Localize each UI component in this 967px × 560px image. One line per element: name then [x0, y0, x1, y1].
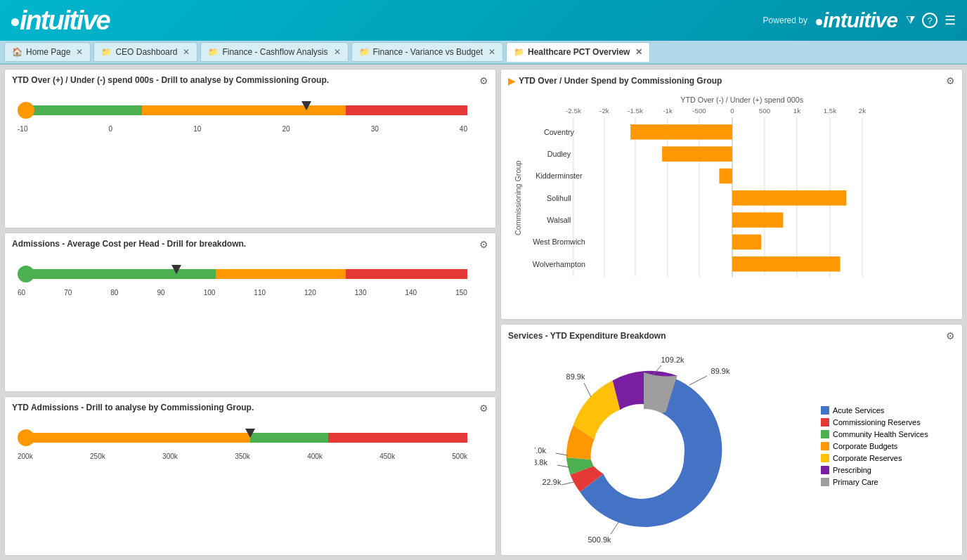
label-kidderminster: Kidderminster — [536, 171, 583, 180]
tab-home-icon: 🏠 — [12, 47, 22, 57]
ytd-green-bar — [33, 105, 142, 115]
avg-cost-marker — [171, 265, 181, 274]
tab-ceo-icon: 📁 — [101, 47, 112, 57]
avg-cost-title: Admissions - Average Cost per Head - Dri… — [12, 239, 488, 249]
bar-west-bromwich — [732, 235, 761, 250]
tab-cashflow-close[interactable]: ✕ — [334, 47, 341, 57]
ytd-admissions-gear[interactable]: ⚙ — [479, 403, 488, 414]
donut-label-community: 13.8k — [535, 458, 547, 467]
bar-walsall — [732, 212, 783, 228]
tab-ceo-dashboard[interactable]: 📁 CEO Dashboard ✕ — [93, 42, 197, 62]
donut-legend: Acute Services Commissioning Reserves Co… — [821, 406, 928, 486]
bar-chart-subtitle: YTD Over (-) / Under (+) spend 000s — [680, 96, 803, 104]
svg-text:-2k: -2k — [599, 107, 609, 115]
axis-label: 30 — [371, 125, 379, 133]
avg-cost-green-bar — [33, 269, 216, 279]
bar-chart-gear[interactable]: ⚙ — [946, 75, 955, 86]
ytd-red-bar — [346, 105, 467, 115]
donut-label-primary: 89.9k — [711, 367, 730, 375]
bar-wolverhampton — [732, 256, 841, 272]
axis-label: 250k — [90, 452, 105, 460]
legend-label-community: Community Health Services — [833, 430, 928, 438]
bar-chart-title: YTD Over / Under Spend by Commissioning … — [519, 76, 722, 86]
axis-label: 140 — [405, 289, 417, 297]
bar-dudley — [662, 146, 732, 162]
svg-text:500: 500 — [759, 107, 771, 115]
axis-label: 130 — [355, 289, 367, 297]
donut-panel: Services - YTD Expenditure Breakdown ⚙ — [500, 324, 963, 556]
tab-ceo-label: CEO Dashboard — [115, 47, 177, 57]
axis-label: 0 — [109, 125, 113, 133]
ytd-orange-bar — [142, 105, 346, 115]
legend-label-prescribing: Prescribing — [833, 466, 871, 474]
legend-label-primary: Primary Care — [833, 478, 878, 486]
tab-cashflow[interactable]: 📁 Finance - Cashflow Analysis ✕ — [200, 42, 348, 62]
bar-chart-svg: YTD Over (-) / Under (+) spend 000s -2.5… — [508, 89, 955, 293]
logo-right: intuitive — [816, 8, 897, 32]
tab-home-page[interactable]: 🏠 Home Page ✕ — [4, 42, 91, 62]
donut-label-acute: 500.9k — [588, 535, 612, 544]
svg-text:-1k: -1k — [663, 107, 673, 115]
header: intuitive Powered by intuitive ⧩ ? ☰ — [0, 0, 967, 41]
tab-variance[interactable]: 📁 Finance - Variance vs Budget ✕ — [351, 42, 504, 62]
donut-gear[interactable]: ⚙ — [946, 330, 955, 341]
tab-ceo-close[interactable]: ✕ — [183, 47, 190, 57]
ytd-axis: -10 0 10 20 30 40 — [18, 125, 467, 133]
label-dudley: Dudley — [547, 150, 571, 158]
tab-home-close[interactable]: ✕ — [76, 47, 83, 57]
axis-label: -10 — [18, 125, 27, 133]
ytd-adm-green-bar — [250, 433, 328, 443]
menu-icon[interactable]: ☰ — [945, 13, 956, 28]
left-panel: YTD Over (+) / Under (-) spend 000s - Dr… — [4, 69, 496, 556]
avg-cost-panel: Admissions - Average Cost per Head - Dri… — [4, 233, 496, 392]
svg-text:2k: 2k — [859, 107, 866, 115]
tab-healthcare-icon: 📁 — [514, 47, 524, 57]
donut-label-corp-budgets: 57.0k — [535, 446, 546, 455]
svg-text:1k: 1k — [793, 107, 800, 115]
legend-label-acute: Acute Services — [833, 406, 884, 415]
axis-label: 60 — [18, 289, 25, 297]
donut-hole — [603, 409, 684, 490]
donut-container: 500.9k 22.9k 57.0k 13.8k 89.9k 109. — [508, 344, 955, 548]
axis-label: 150 — [455, 289, 467, 297]
legend-prescribing: Prescribing — [821, 466, 928, 474]
legend-color-acute — [821, 406, 829, 415]
legend-color-prescribing — [821, 466, 829, 474]
bar-chart-panel: ▶ YTD Over / Under Spend by Commissionin… — [500, 69, 963, 320]
axis-label: 110 — [254, 289, 266, 297]
axis-label: 500k — [452, 452, 467, 460]
ytd-spend-gear[interactable]: ⚙ — [479, 75, 488, 86]
tab-healthcare-label: Healthcare PCT Overview — [528, 47, 630, 57]
tab-variance-close[interactable]: ✕ — [488, 47, 495, 57]
filter-icon[interactable]: ⧩ — [906, 14, 915, 27]
legend-label-corp-reserves: Corporate Reserves — [833, 454, 902, 462]
svg-text:1.5k: 1.5k — [824, 107, 837, 115]
tab-healthcare[interactable]: 📁 Healthcare PCT Overview ✕ — [506, 42, 650, 62]
legend-corp-reserves: Corporate Reserves — [821, 454, 928, 462]
ytd-adm-axis: 200k 250k 300k 350k 400k 450k 500k — [18, 452, 467, 460]
logo-left: intuitive — [11, 6, 110, 36]
ytd-spend-panel: YTD Over (+) / Under (-) spend 000s - Dr… — [4, 69, 496, 228]
axis-label: 80 — [110, 289, 118, 297]
axis-label: 400k — [307, 452, 323, 460]
legend-corp-budgets: Corporate Budgets — [821, 442, 928, 450]
avg-cost-gear[interactable]: ⚙ — [479, 239, 488, 250]
avg-cost-orange-bar — [216, 269, 346, 279]
legend-label-corp-budgets: Corporate Budgets — [833, 442, 897, 450]
tab-healthcare-close[interactable]: ✕ — [635, 47, 642, 57]
axis-label: 450k — [379, 452, 395, 460]
legend-color-community — [821, 430, 829, 438]
donut-label-corp-reserves: 89.9k — [566, 372, 585, 381]
help-icon[interactable]: ? — [922, 13, 937, 28]
svg-text:0: 0 — [730, 107, 734, 115]
axis-label: 200k — [18, 452, 33, 460]
bar-solihull — [732, 190, 846, 206]
axis-label: 70 — [64, 289, 72, 297]
main-content: YTD Over (+) / Under (-) spend 000s - Dr… — [0, 65, 967, 560]
axis-label: 40 — [460, 125, 467, 133]
legend-community: Community Health Services — [821, 430, 928, 438]
bar-kidderminster — [719, 169, 732, 184]
svg-text:-1.5k: -1.5k — [628, 107, 643, 115]
legend-color-corp-reserves — [821, 454, 829, 462]
axis-label: 100 — [204, 289, 216, 297]
